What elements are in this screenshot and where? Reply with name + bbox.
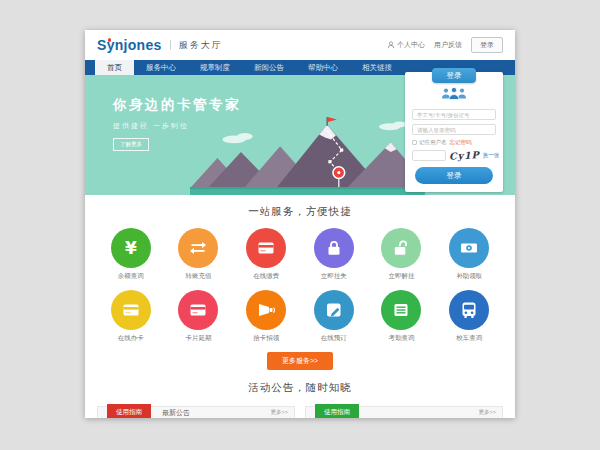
- topbar-link-label: 个人中心: [397, 40, 425, 50]
- service-label: 拾卡招领: [232, 334, 300, 343]
- services-section: 一站服务，方便快捷 ¥余额查询转账充值在线缴费立即挂失立即解挂补助领取在线办卡卡…: [85, 195, 515, 370]
- hero-cta-button[interactable]: 了解更多: [113, 138, 149, 151]
- remember-checkbox[interactable]: [412, 140, 417, 145]
- service-item-2[interactable]: 在线缴费: [232, 228, 300, 281]
- captcha-input[interactable]: [412, 150, 446, 161]
- flag-icon: [327, 117, 337, 126]
- service-item-4[interactable]: 立即解挂: [368, 228, 436, 281]
- announcement-panel-1: 使用指南更多>>: [305, 406, 503, 418]
- service-label: 在线办卡: [97, 334, 165, 343]
- login-submit-button[interactable]: 登录: [415, 167, 493, 184]
- clouds-icon: [222, 121, 406, 143]
- nav-item-3[interactable]: 新闻公告: [242, 60, 296, 75]
- bank-card-icon: [178, 290, 218, 330]
- announcement-panel-0: 使用指南最新公告更多>>: [97, 406, 295, 418]
- panel-header: 使用指南更多>>: [305, 406, 503, 418]
- bank-card-icon: [111, 290, 151, 330]
- service-item-3[interactable]: 立即挂失: [300, 228, 368, 281]
- users-icon: [412, 86, 496, 105]
- service-label: 校车查询: [435, 334, 503, 343]
- topbar-login-button[interactable]: 登录: [471, 37, 503, 53]
- topbar-links: 个人中心用户反馈: [387, 40, 462, 50]
- bus-icon: [449, 290, 489, 330]
- service-item-0[interactable]: ¥余额查询: [97, 228, 165, 281]
- page: Synjones 服务大厅 个人中心用户反馈 登录 首页服务中心规章制度新闻公告…: [85, 30, 515, 418]
- service-item-1[interactable]: 转账充值: [165, 228, 233, 281]
- service-label: 转账充值: [165, 272, 233, 281]
- password-input[interactable]: [412, 124, 496, 135]
- more-services-button[interactable]: 更多服务>>: [267, 352, 333, 370]
- announcements-title: 活动公告，随时知晓: [97, 381, 503, 395]
- services-title: 一站服务，方便快捷: [85, 205, 515, 219]
- service-label: 考勤查询: [368, 334, 436, 343]
- megaphone-icon: [246, 290, 286, 330]
- more-link[interactable]: 更多>>: [271, 409, 288, 416]
- login-tab[interactable]: 登录: [432, 68, 476, 83]
- brand-suffix: 服务大厅: [179, 39, 223, 52]
- service-item-8[interactable]: 拾卡招领: [232, 290, 300, 343]
- hero-title: 你身边的卡管专家: [113, 96, 241, 114]
- remember-label: 记住用户名: [419, 139, 447, 146]
- service-label: 立即解挂: [368, 272, 436, 281]
- transfer-icon: [178, 228, 218, 268]
- edit-icon: [314, 290, 354, 330]
- hero-subtitle: 提供捷径 一步到位: [113, 121, 241, 131]
- header-right: 个人中心用户反馈 登录: [387, 37, 503, 53]
- announcements-section: 活动公告，随时知晓 使用指南最新公告更多>>使用指南更多>>: [85, 370, 515, 418]
- schedule-icon: [381, 290, 421, 330]
- service-label: 在线预订: [300, 334, 368, 343]
- panel-active-tab[interactable]: 使用指南: [315, 404, 359, 418]
- captcha-row: Cy1P 换一张: [412, 150, 496, 161]
- service-label: 余额查询: [97, 272, 165, 281]
- login-panel: 登录 记住用户名 忘记密码 Cy1P 换一张 登录: [405, 72, 503, 192]
- nav-item-0[interactable]: 首页: [95, 60, 134, 75]
- captcha-refresh-link[interactable]: 换一张: [483, 152, 500, 159]
- service-label: 补助领取: [435, 272, 503, 281]
- service-item-7[interactable]: 卡片延期: [165, 290, 233, 343]
- topbar-link-0[interactable]: 个人中心: [387, 40, 425, 50]
- user-icon: [387, 41, 395, 50]
- nav-item-1[interactable]: 服务中心: [134, 60, 188, 75]
- banknote-icon: [449, 228, 489, 268]
- logo[interactable]: Synjones: [97, 37, 162, 53]
- panel-tab[interactable]: 最新公告: [162, 408, 190, 418]
- services-grid: ¥余额查询转账充值在线缴费立即挂失立即解挂补助领取在线办卡卡片延期拾卡招领在线预…: [85, 228, 515, 343]
- header: Synjones 服务大厅 个人中心用户反馈 登录: [85, 30, 515, 60]
- yen-icon: ¥: [111, 228, 151, 268]
- nav-item-2[interactable]: 规章制度: [188, 60, 242, 75]
- panel-active-tab[interactable]: 使用指南: [107, 404, 151, 418]
- service-item-6[interactable]: 在线办卡: [97, 290, 165, 343]
- service-label: 在线缴费: [232, 272, 300, 281]
- service-item-10[interactable]: 考勤查询: [368, 290, 436, 343]
- more-link[interactable]: 更多>>: [479, 409, 496, 416]
- service-label: 卡片延期: [165, 334, 233, 343]
- brand-divider: [170, 40, 171, 50]
- topbar-link-label: 用户反馈: [434, 40, 462, 50]
- bank-card-icon: [246, 228, 286, 268]
- panel-header: 使用指南最新公告更多>>: [97, 406, 295, 418]
- service-item-5[interactable]: 补助领取: [435, 228, 503, 281]
- hero-text: 你身边的卡管专家 提供捷径 一步到位 了解更多: [113, 96, 241, 151]
- logo-text: Synjones: [97, 37, 162, 53]
- topbar-link-1[interactable]: 用户反馈: [434, 40, 462, 50]
- unlock-icon: [381, 228, 421, 268]
- service-item-11[interactable]: 校车查询: [435, 290, 503, 343]
- nav-item-5[interactable]: 相关链接: [350, 60, 404, 75]
- service-label: 立即挂失: [300, 272, 368, 281]
- username-input[interactable]: [412, 109, 496, 120]
- nav-item-4[interactable]: 帮助中心: [296, 60, 350, 75]
- remember-row: 记住用户名 忘记密码: [412, 139, 496, 146]
- captcha-image: Cy1P: [449, 149, 480, 162]
- lock-icon: [314, 228, 354, 268]
- logo-dot-icon: [108, 38, 112, 42]
- service-item-9[interactable]: 在线预订: [300, 290, 368, 343]
- hero-banner: 你身边的卡管专家 提供捷径 一步到位 了解更多: [85, 75, 515, 195]
- forgot-password-link[interactable]: 忘记密码: [450, 139, 472, 146]
- announcement-panels: 使用指南最新公告更多>>使用指南更多>>: [97, 406, 503, 418]
